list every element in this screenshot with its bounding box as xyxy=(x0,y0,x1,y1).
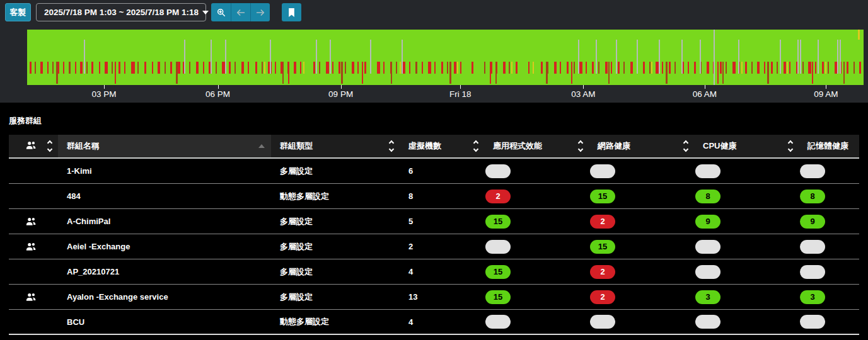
group-name-cell: 1-Kimi xyxy=(58,159,271,183)
column-header-vm-count[interactable]: 虛擬機數 xyxy=(400,135,484,157)
app-performance-pill[interactable] xyxy=(485,315,511,329)
memory-health-pill[interactable]: 8 xyxy=(800,190,825,203)
timeline-bar xyxy=(63,62,64,74)
vm-count-cell: 4 xyxy=(400,259,484,284)
app-performance-pill[interactable]: 15 xyxy=(485,290,511,304)
column-header-network-health[interactable]: 網路健康 xyxy=(589,135,694,157)
memory-health-pill[interactable] xyxy=(800,315,825,329)
timeline-bar xyxy=(847,62,848,74)
cpu-health-pill[interactable] xyxy=(695,164,720,178)
timeline-bar xyxy=(30,62,32,74)
bookmark-icon xyxy=(287,8,296,18)
prev-button[interactable] xyxy=(231,3,250,21)
timeline-bar xyxy=(495,62,497,84)
timeline-bar xyxy=(717,62,719,84)
app-performance-pill[interactable]: 2 xyxy=(485,190,511,203)
timeline-bar xyxy=(91,62,93,74)
timeline-bar xyxy=(618,62,620,74)
timeline-bar xyxy=(674,62,676,74)
network-health-pill[interactable]: 15 xyxy=(590,190,615,203)
cpu-health-pill[interactable]: 8 xyxy=(695,190,720,203)
network-health-pill[interactable] xyxy=(590,315,615,329)
timeline-bar xyxy=(211,40,212,74)
column-header-app-performance[interactable]: 應用程式效能 xyxy=(484,135,589,157)
timeline-bar xyxy=(341,62,343,84)
memory-health-pill[interactable]: 3 xyxy=(800,290,825,304)
timeline-bar xyxy=(313,62,315,74)
app-performance-pill[interactable]: 15 xyxy=(485,215,511,229)
group-name-cell: Ayalon -Exchange service xyxy=(58,285,271,309)
timeline-bar xyxy=(815,62,816,74)
cpu-health-pill-cell xyxy=(694,259,799,284)
timeline-bar xyxy=(119,62,120,74)
column-header-cpu-health[interactable]: CPU健康 xyxy=(694,135,799,157)
sort-icon xyxy=(474,141,478,151)
cpu-health-pill[interactable] xyxy=(695,240,720,254)
memory-health-pill[interactable] xyxy=(800,164,825,178)
sort-icon xyxy=(579,141,582,151)
date-range-dropdown[interactable]: 2025/7/18 PM 1:03 ~ 2025/7/18 PM 1:18 xyxy=(36,3,206,21)
timeline-bar xyxy=(669,62,671,74)
timeline-bar xyxy=(596,40,597,74)
column-header-group-type[interactable]: 群組類型 xyxy=(271,135,400,157)
timeline-bar xyxy=(80,62,83,74)
column-header-group-name[interactable]: 群組名稱 xyxy=(58,135,271,157)
timeline-bar xyxy=(362,62,363,84)
timeline-bar xyxy=(40,62,43,74)
memory-health-pill[interactable] xyxy=(800,265,825,279)
timeline-bar xyxy=(282,62,284,84)
network-health-pill[interactable] xyxy=(590,164,615,178)
memory-health-pill-cell xyxy=(799,234,859,259)
network-health-pill[interactable]: 2 xyxy=(590,265,615,279)
timeline-bar xyxy=(377,62,380,74)
cpu-health-pill[interactable]: 3 xyxy=(695,290,720,304)
table-row[interactable]: 1-Kimi多層設定6 xyxy=(9,159,859,184)
timeline-bar xyxy=(745,62,747,74)
cpu-health-pill[interactable]: 9 xyxy=(695,215,720,229)
timeline-bar xyxy=(364,62,366,74)
bookmark-button[interactable] xyxy=(282,3,301,21)
next-button[interactable] xyxy=(250,3,270,21)
timeline-bar xyxy=(605,62,608,74)
timeline-bar xyxy=(270,40,271,74)
cpu-health-pill[interactable] xyxy=(695,315,720,329)
table-row[interactable]: A-ChimiPal多層設定515299 xyxy=(9,209,859,234)
app-performance-pill[interactable] xyxy=(485,164,511,178)
group-name-cell: A-ChimiPal xyxy=(58,209,271,234)
custom-button[interactable]: 客製 xyxy=(5,3,31,21)
column-header-group-icon[interactable] xyxy=(9,135,58,157)
timeline-bar xyxy=(714,30,715,85)
network-health-pill[interactable]: 2 xyxy=(590,290,615,304)
axis-tick xyxy=(583,85,584,89)
zoom-in-button[interactable] xyxy=(211,3,231,21)
timeline-bar xyxy=(797,40,799,74)
timeline-bar xyxy=(484,62,485,74)
cpu-health-pill-cell xyxy=(694,159,799,183)
axis-tick xyxy=(460,85,461,89)
group-name-cell: Aeiel -Exchange xyxy=(58,234,271,259)
table-row[interactable]: 484動態多層設定821588 xyxy=(9,184,859,209)
memory-health-pill[interactable]: 9 xyxy=(800,215,825,229)
table-row[interactable]: BCU動態多層設定4 xyxy=(9,310,859,335)
table-row[interactable]: Ayalon -Exchange service多層設定1315233 xyxy=(9,285,859,310)
network-health-pill[interactable]: 15 xyxy=(590,240,615,254)
timeline-bar xyxy=(454,62,456,74)
timeline-bar xyxy=(326,62,329,74)
timeline-bar xyxy=(554,62,557,74)
app-performance-pill[interactable]: 15 xyxy=(485,265,511,279)
timeline-bar xyxy=(720,62,722,74)
network-health-pill[interactable]: 2 xyxy=(590,215,615,229)
table-row[interactable]: AP_20210721多層設定4152 xyxy=(9,259,859,285)
vm-count-cell: 8 xyxy=(400,184,484,208)
timeline-bar xyxy=(434,62,436,74)
table-row[interactable]: Aeiel -Exchange多層設定215 xyxy=(9,234,859,259)
app-performance-pill[interactable] xyxy=(485,240,511,254)
health-timeline[interactable] xyxy=(27,30,864,85)
timeline-bar xyxy=(858,30,860,40)
memory-health-pill[interactable] xyxy=(800,240,825,254)
timeline-bar xyxy=(828,62,829,74)
timeline-bar xyxy=(541,62,543,74)
cpu-health-pill[interactable] xyxy=(695,265,720,279)
column-header-memory-health[interactable]: 記憶體健康 xyxy=(799,135,859,157)
timeline-bar xyxy=(780,40,781,74)
